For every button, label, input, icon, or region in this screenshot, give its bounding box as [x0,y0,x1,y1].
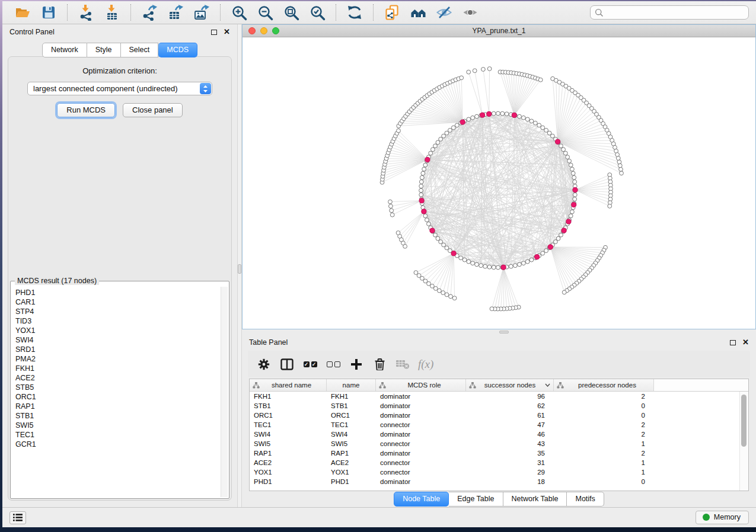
graph-leaf-node[interactable] [617,160,621,164]
table-cell[interactable]: ORC1 [327,412,376,419]
table-row[interactable]: ORC1ORC1dominator610 [250,411,748,420]
table-row[interactable]: PHD1PHD1dominator180 [250,477,748,486]
graph-node[interactable] [529,119,534,123]
table-cell[interactable]: 1 [554,469,654,476]
mcds-result-item[interactable]: STB1 [15,411,221,421]
graph-node[interactable] [571,171,575,175]
graph-node[interactable] [551,134,555,138]
graph-node[interactable] [518,262,522,267]
mcds-result-item[interactable]: GCR1 [15,440,221,449]
graph-node[interactable] [541,126,545,130]
mcds-result-item[interactable]: STP4 [15,307,221,316]
tab-mcds[interactable]: MCDS [158,43,197,57]
table-cell[interactable]: YOX1 [327,469,376,476]
search-input[interactable] [607,8,744,17]
table-cell[interactable]: RAP1 [327,450,376,457]
graph-node[interactable] [518,114,522,118]
table-settings-gear-icon[interactable] [256,357,272,372]
table-cell[interactable]: connector [376,421,466,428]
graph-hub-node[interactable] [425,157,430,162]
close-panel-icon[interactable]: ✕ [742,339,749,345]
zoom-fit-icon[interactable] [282,4,300,21]
graph-node[interactable] [569,163,573,167]
close-panel-icon[interactable]: ✕ [224,29,230,35]
graph-node[interactable] [475,262,479,267]
splitter-grip[interactable] [238,264,241,274]
table-cell[interactable]: 61 [466,412,554,419]
graph-node[interactable] [522,261,526,265]
export-table-icon[interactable] [167,4,184,21]
scrollbar-thumb[interactable] [741,395,747,447]
table-cell[interactable]: 2 [554,450,654,457]
table-cell[interactable]: 29 [466,469,554,476]
graph-leaf-node[interactable] [467,70,471,74]
show-all-icon[interactable] [461,4,479,21]
table-cell[interactable]: dominator [376,402,466,409]
table-cell[interactable]: dominator [376,450,466,457]
close-panel-button[interactable]: Close panel [123,103,183,117]
refresh-view-icon[interactable] [346,4,363,21]
table-cell[interactable]: SWI4 [250,431,327,438]
graph-leaf-node[interactable] [445,293,449,297]
clone-network-icon[interactable] [383,4,401,21]
graph-hub-node[interactable] [422,209,426,214]
table-cell[interactable]: ACE2 [327,459,376,466]
graph-leaf-node[interactable] [487,67,492,71]
graph-node[interactable] [570,210,575,214]
table-cell[interactable]: connector [376,440,466,447]
graph-hub-node[interactable] [430,228,435,233]
graph-node[interactable] [442,243,446,247]
export-network-icon[interactable] [141,4,158,21]
graph-leaf-node[interactable] [481,68,486,72]
table-cell[interactable]: dominator [376,393,466,400]
table-row[interactable]: ACE2ACE2connector311 [250,458,748,467]
graph-node[interactable] [471,116,475,120]
tab-node-table[interactable]: Node Table [394,492,449,507]
graph-node[interactable] [420,175,424,180]
vertical-splitter[interactable] [237,24,242,507]
graph-node[interactable] [439,137,443,142]
tab-select[interactable]: Select [121,43,159,57]
graph-leaf-node[interactable] [460,76,464,80]
graph-node[interactable] [427,222,431,226]
table-cell[interactable]: 18 [466,478,554,485]
graph-node[interactable] [419,188,423,193]
mcds-result-item[interactable]: CAR1 [15,297,221,307]
graph-leaf-node[interactable] [449,294,453,299]
table-cell[interactable]: connector [376,469,466,476]
graph-leaf-node[interactable] [490,307,494,311]
graph-leaf-node[interactable] [619,168,623,172]
graph-leaf-node[interactable] [397,129,401,133]
column-header-predecessor-nodes[interactable]: predecessor nodes [554,379,654,391]
graph-leaf-node[interactable] [396,231,400,235]
graph-hub-node[interactable] [512,113,516,117]
delete-table-icon[interactable] [395,357,410,372]
graph-node[interactable] [451,126,455,130]
graph-leaf-node[interactable] [473,69,477,73]
table-row[interactable]: SWI5SWI5connector431 [250,439,748,448]
float-panel-icon[interactable] [211,30,217,35]
table-cell[interactable]: FKH1 [327,393,376,400]
search-box[interactable] [590,5,749,20]
graph-node[interactable] [487,265,492,269]
zoom-in-icon[interactable] [230,4,248,21]
criterion-dropdown[interactable]: largest connected component (undirected) [27,82,212,95]
table-row[interactable]: YOX1YOX1connector291 [250,467,748,477]
open-file-icon[interactable] [14,4,31,21]
graph-node[interactable] [471,261,475,265]
zoom-selected-icon[interactable] [308,4,326,21]
graph-node[interactable] [423,214,428,218]
graph-node[interactable] [570,167,575,171]
memory-button[interactable]: Memory [696,511,749,524]
mcds-result-item[interactable]: SWI4 [15,335,221,345]
graph-leaf-node[interactable] [430,284,435,289]
table-cell[interactable]: SWI5 [327,440,376,447]
graph-hub-node[interactable] [460,120,465,124]
graph-leaf-node[interactable] [616,156,620,161]
table-cell[interactable]: ORC1 [250,412,327,419]
column-header-shared-name[interactable]: shared name [250,379,327,391]
graph-node[interactable] [442,134,446,138]
network-graph[interactable] [243,37,755,329]
graph-node[interactable] [419,193,423,197]
toggle-panel-layout-icon[interactable] [279,357,295,372]
